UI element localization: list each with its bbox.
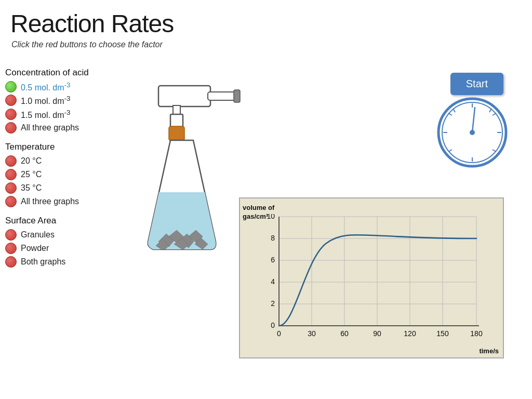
dot-red-icon-s1 bbox=[5, 229, 17, 241]
svg-text:6: 6 bbox=[271, 256, 275, 264]
dot-red-icon-t3 bbox=[5, 182, 17, 194]
svg-rect-19 bbox=[169, 126, 184, 141]
svg-text:30: 30 bbox=[308, 329, 316, 338]
dot-red-icon-s2 bbox=[5, 243, 17, 254]
concentration-option-3[interactable]: 1.5 mol. dm-3 bbox=[5, 109, 130, 120]
page-title: Reaction Rates bbox=[0, 0, 532, 38]
surface-option-bothgraphs[interactable]: Both graphs bbox=[5, 256, 130, 268]
dot-red-icon-s3 bbox=[5, 256, 17, 268]
surface-title: Surface Area bbox=[5, 216, 130, 226]
concentration-label-3: 1.5 mol. dm-3 bbox=[21, 109, 70, 120]
clock-container bbox=[436, 96, 509, 169]
svg-text:60: 60 bbox=[340, 329, 349, 338]
svg-text:120: 120 bbox=[404, 329, 416, 338]
surface-option-2[interactable]: Powder bbox=[5, 243, 130, 254]
svg-text:150: 150 bbox=[436, 329, 449, 338]
dot-red-icon-t1 bbox=[5, 155, 17, 167]
temperature-option-1[interactable]: 20 °C bbox=[5, 155, 130, 167]
temperature-title: Temperature bbox=[5, 142, 130, 152]
svg-rect-14 bbox=[158, 86, 210, 107]
dot-red-icon-t2 bbox=[5, 169, 17, 180]
dot-red-icon-c4 bbox=[5, 122, 17, 134]
dot-red-icon-t4 bbox=[5, 196, 17, 207]
clock-svg bbox=[436, 96, 509, 169]
flask-svg bbox=[127, 81, 242, 288]
temperature-label-allthree: All three graphs bbox=[21, 197, 79, 206]
temperature-label-1: 20 °C bbox=[21, 156, 42, 166]
surface-label-1: Granules bbox=[21, 230, 55, 240]
svg-text:10: 10 bbox=[267, 214, 275, 220]
concentration-option-allthree[interactable]: All three graphs bbox=[5, 122, 130, 134]
subtitle: Click the red buttons to choose the fact… bbox=[0, 38, 532, 55]
left-panel: Concentration of acid 0.5 mol. dm-3 1.0 … bbox=[5, 68, 130, 270]
concentration-option-2[interactable]: 1.0 mol. dm-3 bbox=[5, 95, 130, 106]
concentration-title: Concentration of acid bbox=[5, 68, 130, 78]
svg-text:0: 0 bbox=[271, 321, 275, 329]
svg-text:90: 90 bbox=[373, 329, 381, 338]
svg-rect-15 bbox=[208, 92, 236, 100]
graph-x-label: time/s bbox=[479, 347, 499, 355]
temperature-option-2[interactable]: 25 °C bbox=[5, 169, 130, 180]
svg-text:8: 8 bbox=[271, 234, 275, 242]
temperature-option-3[interactable]: 35 °C bbox=[5, 182, 130, 194]
start-button[interactable]: Start bbox=[450, 73, 503, 95]
surface-label-bothgraphs: Both graphs bbox=[21, 257, 65, 267]
svg-text:2: 2 bbox=[271, 299, 275, 308]
graph-area: volume ofgas/cm³ time/s 0 2 4 6 8 bbox=[239, 197, 504, 358]
surface-label-2: Powder bbox=[21, 244, 49, 253]
svg-text:0: 0 bbox=[277, 329, 281, 338]
concentration-option-1[interactable]: 0.5 mol. dm-3 bbox=[5, 81, 130, 92]
concentration-label-allthree: All three graphs bbox=[21, 123, 79, 132]
graph-svg: 0 2 4 6 8 10 0 30 60 90 120 150 180 bbox=[263, 214, 487, 347]
temperature-label-2: 25 °C bbox=[21, 170, 42, 179]
dot-green-icon bbox=[5, 81, 17, 92]
temperature-option-allthree[interactable]: All three graphs bbox=[5, 196, 130, 207]
svg-rect-16 bbox=[234, 90, 240, 102]
dot-red-icon-c2 bbox=[5, 95, 17, 106]
dot-red-icon-c3 bbox=[5, 109, 17, 120]
concentration-label-1: 0.5 mol. dm-3 bbox=[21, 81, 70, 92]
concentration-label-2: 1.0 mol. dm-3 bbox=[21, 95, 70, 106]
surface-option-1[interactable]: Granules bbox=[5, 229, 130, 241]
svg-text:180: 180 bbox=[470, 329, 483, 338]
svg-text:4: 4 bbox=[271, 277, 275, 286]
svg-point-13 bbox=[470, 130, 475, 135]
temperature-label-3: 35 °C bbox=[21, 183, 42, 193]
